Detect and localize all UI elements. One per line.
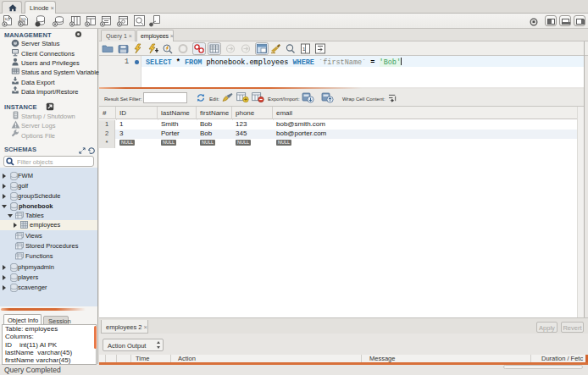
- svg-text:SQL: SQL: [5, 18, 11, 21]
- svg-text:SQL: SQL: [21, 18, 27, 21]
